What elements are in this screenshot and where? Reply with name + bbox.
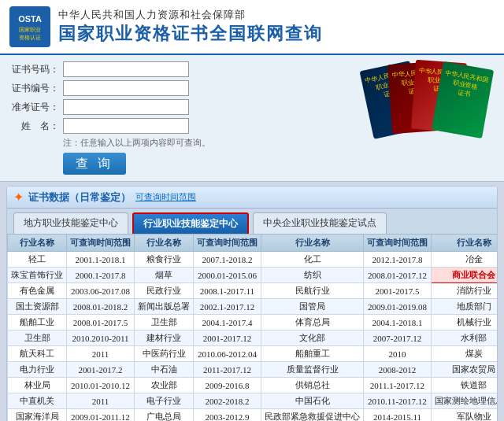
table-cell: 水利部 — [432, 331, 498, 346]
table-cell: 2010.01-2010.12 — [67, 378, 135, 393]
tab-industry[interactable]: 行业职业技能鉴定中心 — [132, 212, 249, 234]
table-cell: 2011 — [67, 346, 135, 362]
table-cell: 卫生部 — [135, 315, 194, 331]
table-cell: 2011.1-2017.12 — [364, 378, 432, 393]
header-title: 国家职业资格证书全国联网查询 — [58, 22, 323, 46]
table-cell: 2000.01-2015.06 — [194, 268, 261, 283]
th-time3: 可查询时间范围 — [364, 235, 432, 252]
tab-central[interactable]: 中央企业职业技能鉴定试点 — [253, 212, 387, 234]
table-cell: 有色金属 — [8, 283, 67, 299]
table-row: 电力行业2001-2017.2中石油2011-2017.12质量监督行业2008… — [8, 362, 498, 378]
table-cell: 2007.1-2018.2 — [194, 252, 261, 268]
query-button[interactable]: 查 询 — [63, 153, 126, 175]
cert-book-green: 中华人民共和国职业资格证书 — [432, 61, 494, 138]
table-cell: 珠宝首饰行业 — [8, 268, 67, 283]
table-cell: 2001-2017.2 — [67, 362, 135, 378]
table-cell: 民政部紧急救援促进中心 — [261, 409, 364, 422]
section-icon: ✦ — [13, 190, 24, 205]
osta-logo: OSTA 国家职业 资格认证 — [9, 6, 50, 47]
table-row: 有色金属2003.06-2017.08民政行业2008.1-2017.11民航行… — [8, 283, 498, 299]
table-cell: 2002.1-2017.12 — [194, 299, 261, 315]
form-fields: 证书号码： 证书编号： 准考证号： 姓 名： 注：任意输入以上两项内容即可查询。… — [12, 61, 350, 175]
exam-number-input[interactable] — [63, 99, 189, 115]
table-cell: 2010.06-2012.04 — [194, 346, 261, 362]
form-row-cert-number: 证书号码： — [12, 61, 350, 77]
table-row: 国土资源部2008.01-2018.2新闻出版总署2002.1-2017.12国… — [8, 299, 498, 315]
table-cell: 体育总局 — [261, 315, 364, 331]
table-cell: 2008.1-2017.11 — [194, 283, 261, 299]
table-cell: 2003-2012.9 — [194, 409, 261, 422]
table-cell: 商业联合会 — [432, 268, 498, 283]
table-cell: 2008-2012 — [364, 362, 432, 378]
table-cell: 2014-2015.11 — [364, 409, 432, 422]
table-cell: 2010.11-2017.12 — [364, 393, 432, 409]
table-cell: 2002-2018.2 — [194, 393, 261, 409]
header: OSTA 国家职业 资格认证 中华人民共和国人力资源和社会保障部 国家职业资格证… — [0, 0, 504, 55]
table-cell: 国家农贸局 — [432, 362, 498, 378]
table-cell: 民政行业 — [135, 283, 194, 299]
table-cell: 2000.1-2017.8 — [67, 268, 135, 283]
svg-text:国家职业: 国家职业 — [19, 27, 41, 33]
name-input[interactable] — [63, 118, 189, 134]
tab-local[interactable]: 地方职业技能鉴定中心 — [13, 212, 128, 234]
table-cell: 2001-2017.12 — [194, 331, 261, 346]
section-header: ✦ 证书数据（日常鉴定） 可查询时间范围 — [7, 186, 497, 209]
table-cell: 民航行业 — [261, 283, 364, 299]
table-cell: 卫生部 — [8, 331, 67, 346]
form-row-cert-code: 证书编号： — [12, 80, 350, 96]
table-cell: 船舶重工 — [261, 346, 364, 362]
table-cell: 2008.01-2017.12 — [364, 268, 432, 283]
table-cell: 2001-2017.5 — [364, 283, 432, 299]
table-cell: 建材行业 — [135, 331, 194, 346]
table-cell: 供销总社 — [261, 378, 364, 393]
table-cell: 农业部 — [135, 378, 194, 393]
svg-text:资格认证: 资格认证 — [19, 35, 41, 41]
table-cell: 2011-2017.12 — [194, 362, 261, 378]
exam-number-label: 准考证号： — [12, 101, 59, 114]
query-section: 证书号码： 证书编号： 准考证号： 姓 名： 注：任意输入以上两项内容即可查询。… — [0, 55, 504, 182]
cert-number-label: 证书号码： — [12, 63, 59, 76]
table-row: 珠宝首饰行业2000.1-2017.8烟草2000.01-2015.06纺织20… — [8, 268, 498, 283]
cert-number-input[interactable] — [63, 61, 189, 77]
table-cell: 纺织 — [261, 268, 364, 283]
table-cell: 2009.01-2011.12 — [67, 409, 135, 422]
table-cell: 新闻出版总署 — [135, 299, 194, 315]
table-cell: 2001.1-2018.1 — [67, 252, 135, 268]
table-row: 中直机关2011电子行业2002-2018.2中国石化2010.11-2017.… — [8, 393, 498, 409]
tabs-container: 地方职业技能鉴定中心 行业职业技能鉴定中心 中央企业职业技能鉴定试点 — [7, 209, 497, 234]
table-cell: 地质部门 — [432, 299, 498, 315]
table-cell: 轻工 — [8, 252, 67, 268]
table-header-row: 行业名称 可查询时间范围 行业名称 可查询时间范围 行业名称 可查询时间范围 行… — [8, 235, 498, 252]
table-cell: 消防行业 — [432, 283, 498, 299]
th-time1: 可查询时间范围 — [67, 235, 135, 252]
time-query-link[interactable]: 可查询时间范围 — [135, 191, 196, 203]
th-industry3: 行业名称 — [261, 235, 364, 252]
table-row: 船舶工业2008.01-2017.5卫生部2004.1-2017.4体育总局20… — [8, 315, 498, 331]
table-cell: 国家海洋局 — [8, 409, 67, 422]
table-cell: 煤炭 — [432, 346, 498, 362]
table-row: 航天科工2011中医药行业2010.06-2012.04船舶重工2010煤炭20… — [8, 346, 498, 362]
th-industry1: 行业名称 — [8, 235, 67, 252]
cert-images: 中华人民共和国职业资格证书 中华人民共和国职业资格证书 中华人民共和国职业资格证… — [366, 61, 492, 136]
table-cell: 2010.2010-2011 — [67, 331, 135, 346]
form-row-exam-number: 准考证号： — [12, 99, 350, 115]
table-cell: 国土资源部 — [8, 299, 67, 315]
table-cell: 2003.06-2017.08 — [67, 283, 135, 299]
cert-code-label: 证书编号： — [12, 82, 59, 95]
data-table: 行业名称 可查询时间范围 行业名称 可查询时间范围 行业名称 可查询时间范围 行… — [7, 234, 497, 421]
table-row: 林业局2010.01-2010.12农业部2009-2016.8供销总社2011… — [8, 378, 498, 393]
table-cell: 化工 — [261, 252, 364, 268]
table-cell: 中直机关 — [8, 393, 67, 409]
table-cell: 中石油 — [135, 362, 194, 378]
table-cell: 2008.01-2017.5 — [67, 315, 135, 331]
table-cell: 2012.1-2017.8 — [364, 252, 432, 268]
table-cell: 2009-2016.8 — [194, 378, 261, 393]
cert-code-input[interactable] — [63, 80, 189, 96]
table-cell: 2004.1-2017.4 — [194, 315, 261, 331]
table-cell: 电子行业 — [135, 393, 194, 409]
table-cell: 2004.1-2018.1 — [364, 315, 432, 331]
table-cell: 2010 — [364, 346, 432, 362]
table-cell: 广电总局 — [135, 409, 194, 422]
main-content: ✦ 证书数据（日常鉴定） 可查询时间范围 地方职业技能鉴定中心 行业职业技能鉴定… — [6, 186, 498, 421]
table-row: 轻工2001.1-2018.1粮食行业2007.1-2018.2化工2012.1… — [8, 252, 498, 268]
